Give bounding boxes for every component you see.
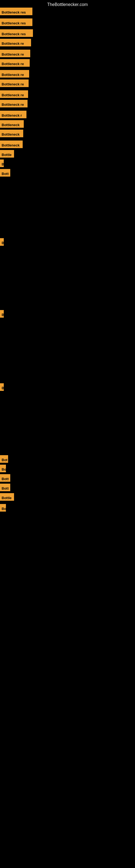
bottleneck-item-24[interactable]: Bott — [0, 484, 10, 491]
bottleneck-item-9[interactable]: Bottleneck re — [0, 90, 28, 98]
bottleneck-item-17[interactable]: Bott — [0, 169, 10, 177]
bottleneck-item-5[interactable]: Bottleneck re — [0, 50, 30, 57]
bottleneck-item-3[interactable]: Bottleneck res — [0, 29, 33, 37]
bottleneck-item-10[interactable]: Bottleneck re — [0, 100, 28, 107]
bottleneck-item-8[interactable]: Bottleneck re — [0, 80, 29, 87]
bottleneck-item-2[interactable]: Bottleneck res — [0, 19, 32, 26]
bottleneck-item-11[interactable]: Bottleneck r — [0, 111, 27, 118]
bottleneck-item-16[interactable]: B — [0, 159, 4, 167]
bottleneck-item-13[interactable]: Bottleneck — [0, 130, 23, 137]
bottleneck-item-22[interactable]: Bo — [0, 465, 6, 472]
bottleneck-item-18[interactable]: B — [0, 238, 4, 246]
bottleneck-item-19[interactable]: B — [0, 310, 4, 318]
bottleneck-item-20[interactable]: B — [0, 383, 4, 391]
bottleneck-item-26[interactable]: Bo — [0, 504, 6, 512]
bottleneck-item-6[interactable]: Bottleneck re — [0, 59, 30, 67]
bottleneck-item-21[interactable]: Bot — [0, 455, 8, 463]
bottleneck-item-14[interactable]: Bottleneck — [0, 141, 23, 148]
bottleneck-item-15[interactable]: Bottle — [0, 150, 14, 158]
bottleneck-item-12[interactable]: Bottleneck — [0, 120, 24, 128]
bottleneck-item-1[interactable]: Bottleneck res — [0, 8, 32, 15]
bottleneck-item-4[interactable]: Bottleneck re — [0, 39, 31, 46]
bottleneck-item-7[interactable]: Bottleneck re — [0, 70, 29, 78]
bottleneck-item-23[interactable]: Bott — [0, 474, 10, 482]
bottleneck-item-25[interactable]: Bottle — [0, 493, 14, 501]
